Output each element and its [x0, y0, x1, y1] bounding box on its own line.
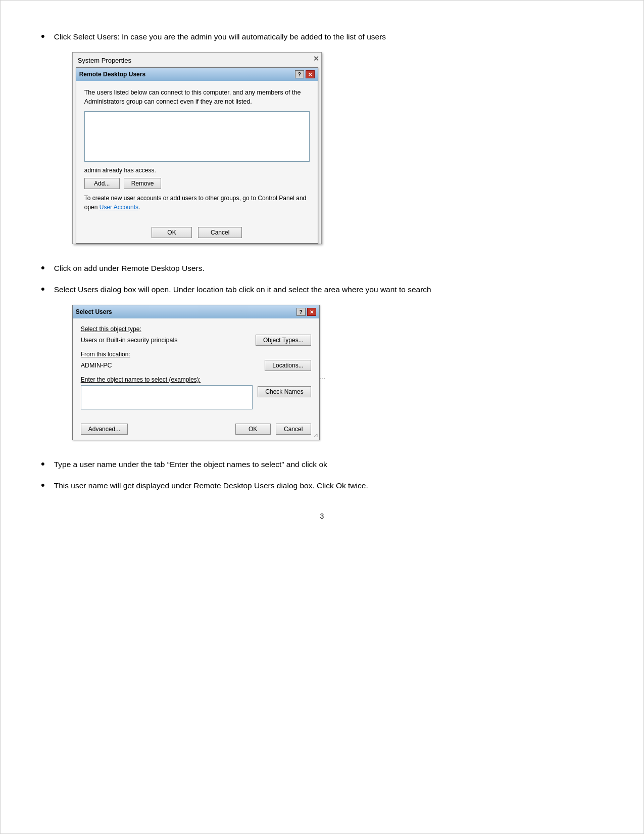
users-listbox[interactable] [84, 111, 310, 162]
bullet-content-1: Click Select Users: In case you are the … [54, 31, 603, 253]
enter-names-label: Enter the object names to select (exampl… [81, 376, 311, 383]
system-props-outer: System Properties Remote Desktop Users ?… [72, 52, 322, 244]
select-users-close-button[interactable]: ✕ [307, 308, 316, 316]
admin-access-text: admin already has access. [84, 167, 310, 174]
bullet-text-1: Click Select Users: In case you are the … [54, 32, 386, 41]
system-props-title: System Properties [76, 56, 318, 67]
bullet-dot-1: • [41, 30, 45, 43]
dialog-description: The users listed below can connect to th… [84, 88, 310, 106]
close-button[interactable]: ✕ [306, 70, 315, 78]
su-ok-button[interactable]: OK [235, 424, 271, 435]
object-type-value: Users or Built-in security principals [81, 337, 251, 344]
object-types-button[interactable]: Object Types... [256, 335, 311, 346]
select-users-titlebar-buttons: ? ✕ [296, 308, 316, 316]
bullet-item-1: • Click Select Users: In case you are th… [41, 31, 603, 253]
select-users-footer: Advanced... OK Cancel [73, 420, 319, 440]
bullet-text-5: This user name will get displayed under … [54, 480, 368, 492]
locations-button[interactable]: Locations... [265, 360, 311, 371]
location-label: From this location: [81, 351, 311, 358]
dialog-footer-buttons: OK Cancel [76, 223, 318, 243]
location-row: ADMIN-PC Locations... [81, 360, 311, 371]
bullet-dot-2: • [41, 261, 45, 274]
location-value: ADMIN-PC [81, 362, 260, 369]
su-cancel-button[interactable]: Cancel [276, 424, 311, 435]
object-type-row: Users or Built-in security principals Ob… [81, 335, 311, 346]
cancel-button[interactable]: Cancel [198, 227, 242, 238]
remote-desktop-users-dialog: Remote Desktop Users ? ✕ The users liste… [76, 67, 318, 244]
system-props-close-icon[interactable] [313, 55, 319, 63]
su-ok-cancel: OK Cancel [235, 424, 311, 435]
bullet-list: • Click Select Users: In case you are th… [41, 31, 603, 492]
select-users-title-text: Select Users [76, 308, 112, 315]
dialog-body: The users listed below can connect to th… [76, 81, 318, 223]
bullet-dot-5: • [41, 479, 45, 492]
bullet-content-3: Select Users dialog box will open. Under… [54, 284, 603, 449]
remove-button[interactable]: Remove [124, 178, 162, 189]
select-users-help-button[interactable]: ? [296, 308, 306, 316]
bullet-item-2: • Click on add under Remote Desktop User… [41, 262, 603, 274]
add-remove-buttons: Add... Remove [84, 178, 310, 189]
bullet-dot-3: • [41, 283, 45, 296]
bullet-text-4: Type a user name under the tab “Enter th… [54, 458, 327, 471]
bullet-item-3: • Select Users dialog box will open. Und… [41, 284, 603, 449]
bullet-text-3: Select Users dialog box will open. Under… [54, 285, 431, 294]
titlebar-buttons: ? ✕ [295, 70, 315, 78]
advanced-button[interactable]: Advanced... [81, 424, 128, 435]
enter-names-row: Check Names [81, 385, 311, 409]
system-properties-container: System Properties Remote Desktop Users ?… [72, 52, 322, 244]
overflow-indicator: ... [320, 373, 326, 381]
bullet-dot-4: • [41, 457, 45, 471]
dialog-titlebar: Remote Desktop Users ? ✕ [76, 68, 318, 81]
bullet-text-2: Click on add under Remote Desktop Users. [54, 262, 205, 274]
page: • Click Select Users: In case you are th… [0, 0, 644, 834]
object-type-label: Select this object type: [81, 326, 311, 333]
dialog-title-text: Remote Desktop Users [79, 71, 145, 78]
help-button[interactable]: ? [295, 70, 304, 78]
select-users-container: Select Users ? ✕ Select this object type… [72, 305, 320, 440]
bullet-item-5: • This user name will get displayed unde… [41, 480, 603, 492]
user-accounts-link[interactable]: User Accounts [100, 204, 138, 211]
names-input[interactable] [81, 385, 253, 409]
resize-corner-icon: ⊿ [313, 432, 318, 439]
control-panel-text: To create new user accounts or add users… [84, 194, 310, 212]
check-names-button[interactable]: Check Names [258, 386, 311, 397]
select-users-body: Select this object type: Users or Built-… [73, 318, 319, 420]
ok-button[interactable]: OK [152, 227, 192, 238]
select-users-titlebar: Select Users ? ✕ [73, 305, 319, 318]
add-button[interactable]: Add... [84, 178, 120, 189]
bullet-item-4: • Type a user name under the tab “Enter … [41, 458, 603, 471]
page-number: 3 [41, 512, 603, 520]
select-users-dialog: Select Users ? ✕ Select this object type… [72, 305, 320, 440]
